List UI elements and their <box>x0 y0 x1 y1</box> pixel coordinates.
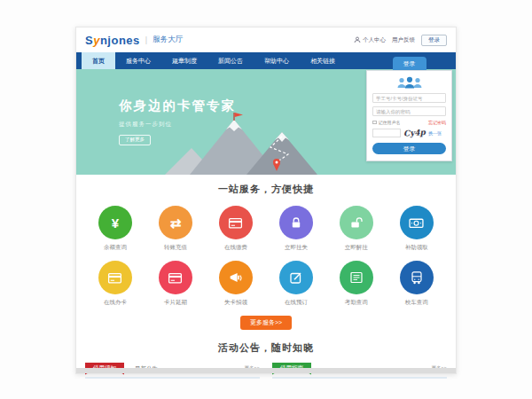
service-attendance-inquiry[interactable]: 考勤查询 <box>326 254 387 309</box>
user-feedback-link[interactable]: 用户反馈 <box>392 36 415 44</box>
transfer-icon: ⇄ <box>159 206 192 239</box>
remember-checkbox[interactable] <box>372 121 377 125</box>
services-title: 一站服务，方便快捷 <box>76 183 456 196</box>
yen-icon: ¥ <box>98 206 132 239</box>
edit-icon <box>279 261 313 294</box>
service-online-payment[interactable]: 在线缴费 <box>206 200 266 254</box>
header-login-button[interactable]: 登录 <box>421 35 447 46</box>
portal-window: Synjones | 服务大厅 个人中心 用户反馈 登录 首页 服务中心 规章制… <box>75 27 457 374</box>
more-services-button[interactable]: 更多服务>> <box>240 316 292 330</box>
bus-icon <box>400 261 434 294</box>
megaphone-icon <box>219 261 253 294</box>
service-subsidy-collect[interactable]: 补助领取 <box>387 200 447 254</box>
header: Synjones | 服务大厅 个人中心 用户反馈 登录 <box>76 27 456 52</box>
captcha-input[interactable] <box>372 129 401 137</box>
nav-item-rules[interactable]: 规章制度 <box>161 52 207 69</box>
card-icon <box>219 206 253 239</box>
nav-item-news[interactable]: 新闻公告 <box>207 52 254 69</box>
nav-item-links[interactable]: 相关链接 <box>300 52 346 69</box>
logo-text-2: njones <box>100 34 140 47</box>
banknote-icon <box>400 206 434 239</box>
logo-divider: | <box>145 35 147 44</box>
list-icon <box>340 261 373 294</box>
service-lost-card-found[interactable]: 失卡招领 <box>206 254 266 309</box>
username-input[interactable] <box>372 93 446 103</box>
users-icon <box>395 76 425 90</box>
service-cancel-loss[interactable]: 立即解挂 <box>326 200 387 254</box>
hero-cta-button[interactable]: 了解更多 <box>119 135 151 145</box>
login-panel: 登录 记住用户名 忘记密码 Cy4p 换一张 <box>366 57 452 161</box>
remember-label: 记住用户名 <box>379 120 401 125</box>
nav-item-service-center[interactable]: 服务中心 <box>115 52 161 69</box>
remember-row: 记住用户名 忘记密码 <box>372 120 446 125</box>
login-submit-button[interactable]: 登录 <box>372 143 446 154</box>
service-transfer-recharge[interactable]: ⇄ 转账充值 <box>145 200 206 254</box>
nav-item-help[interactable]: 帮助中心 <box>254 52 300 69</box>
service-card-extension[interactable]: 卡片延期 <box>145 254 206 309</box>
services-section: 一站服务，方便快捷 ¥ 余额查询 ⇄ 转账充值 在线缴费 <box>76 175 456 330</box>
card-icon <box>98 261 132 294</box>
service-report-loss[interactable]: 立即挂失 <box>266 200 326 254</box>
captcha-refresh-link[interactable]: 换一张 <box>428 130 442 136</box>
service-school-bus-inquiry[interactable]: 校车查询 <box>387 254 447 309</box>
card-icon <box>159 261 192 294</box>
lock-icon <box>279 206 313 239</box>
logo-text: S <box>85 34 93 47</box>
synjones-logo: Synjones <box>85 34 140 47</box>
login-tab[interactable]: 登录 <box>393 57 426 70</box>
personal-center-link[interactable]: 个人中心 <box>354 36 386 44</box>
captcha-image: Cy4p <box>403 128 426 138</box>
captcha-row: Cy4p 换一张 <box>372 129 446 137</box>
logo-accent: y <box>93 34 100 47</box>
flag-icon <box>235 113 243 117</box>
page-cut-off-strip <box>76 368 456 373</box>
site-name: 服务大厅 <box>153 35 183 45</box>
unlock-icon <box>340 206 373 239</box>
service-online-card-apply[interactable]: 在线办卡 <box>85 254 145 309</box>
flag-pole <box>233 113 234 121</box>
personal-center-label: 个人中心 <box>363 36 386 44</box>
service-online-booking[interactable]: 在线预订 <box>266 254 326 309</box>
announcements-title: 活动公告，随时知晓 <box>76 341 456 355</box>
user-feedback-label: 用户反馈 <box>392 36 415 44</box>
login-form: 记住用户名 忘记密码 Cy4p 换一张 登录 <box>366 70 452 161</box>
services-grid: ¥ 余额查询 ⇄ 转账充值 在线缴费 立即挂失 <box>85 200 447 309</box>
header-right: 个人中心 用户反馈 登录 <box>354 35 447 46</box>
nav-item-home[interactable]: 首页 <box>82 52 115 69</box>
page-background: Synjones | 服务大厅 个人中心 用户反馈 登录 首页 服务中心 规章制… <box>0 0 532 399</box>
service-balance-inquiry[interactable]: ¥ 余额查询 <box>85 200 145 254</box>
password-input[interactable] <box>372 106 446 116</box>
user-icon <box>354 36 361 43</box>
mountain-illustration <box>165 113 329 175</box>
forgot-password-link[interactable]: 忘记密码 <box>428 120 446 125</box>
